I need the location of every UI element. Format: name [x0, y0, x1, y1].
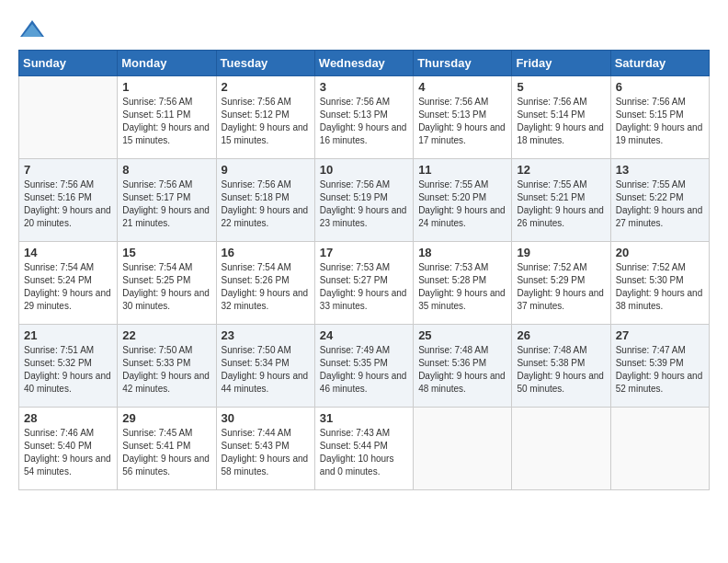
- calendar-week-row: 7Sunrise: 7:56 AMSunset: 5:16 PMDaylight…: [19, 159, 710, 242]
- calendar-cell: 20Sunrise: 7:52 AMSunset: 5:30 PMDayligh…: [610, 242, 709, 325]
- calendar-cell: 30Sunrise: 7:44 AMSunset: 5:43 PMDayligh…: [216, 408, 314, 490]
- day-info: Sunrise: 7:50 AMSunset: 5:34 PMDaylight:…: [222, 344, 310, 396]
- header-cell-wednesday: Wednesday: [314, 51, 413, 76]
- calendar-cell: 13Sunrise: 7:55 AMSunset: 5:22 PMDayligh…: [610, 159, 709, 242]
- logo: [18, 18, 50, 40]
- calendar-cell: 19Sunrise: 7:52 AMSunset: 5:29 PMDayligh…: [512, 242, 610, 325]
- day-number: 18: [418, 246, 506, 259]
- calendar-header: SundayMondayTuesdayWednesdayThursdayFrid…: [19, 51, 710, 76]
- day-info: Sunrise: 7:55 AMSunset: 5:22 PMDaylight:…: [616, 178, 704, 230]
- header-cell-saturday: Saturday: [610, 51, 709, 76]
- day-number: 23: [222, 328, 310, 342]
- day-info: Sunrise: 7:49 AMSunset: 5:35 PMDaylight:…: [320, 344, 408, 396]
- day-number: 20: [616, 246, 704, 259]
- day-info: Sunrise: 7:56 AMSunset: 5:18 PMDaylight:…: [222, 178, 310, 230]
- calendar-cell: [610, 408, 709, 490]
- day-info: Sunrise: 7:56 AMSunset: 5:17 PMDaylight:…: [122, 178, 210, 230]
- calendar-week-row: 1Sunrise: 7:56 AMSunset: 5:11 PMDaylight…: [19, 76, 710, 159]
- day-info: Sunrise: 7:54 AMSunset: 5:24 PMDaylight:…: [24, 261, 112, 313]
- calendar-body: 1Sunrise: 7:56 AMSunset: 5:11 PMDaylight…: [19, 76, 710, 490]
- calendar-cell: 4Sunrise: 7:56 AMSunset: 5:13 PMDaylight…: [414, 76, 512, 159]
- day-number: 24: [320, 328, 408, 342]
- day-number: 10: [320, 163, 408, 177]
- calendar-cell: [414, 408, 512, 490]
- calendar-cell: [512, 408, 610, 490]
- calendar-week-row: 14Sunrise: 7:54 AMSunset: 5:24 PMDayligh…: [19, 242, 710, 325]
- day-info: Sunrise: 7:48 AMSunset: 5:36 PMDaylight:…: [418, 344, 506, 396]
- day-number: 14: [24, 246, 112, 259]
- day-number: 16: [222, 246, 310, 259]
- day-number: 6: [616, 80, 704, 94]
- day-info: Sunrise: 7:55 AMSunset: 5:21 PMDaylight:…: [517, 178, 605, 230]
- header-row: SundayMondayTuesdayWednesdayThursdayFrid…: [19, 51, 710, 76]
- calendar-cell: 1Sunrise: 7:56 AMSunset: 5:11 PMDaylight…: [118, 76, 216, 159]
- day-number: 28: [24, 411, 112, 425]
- day-info: Sunrise: 7:45 AMSunset: 5:41 PMDaylight:…: [122, 427, 210, 478]
- day-number: 22: [122, 328, 210, 342]
- day-number: 31: [320, 411, 408, 425]
- header-cell-monday: Monday: [118, 51, 216, 76]
- calendar-cell: 18Sunrise: 7:53 AMSunset: 5:28 PMDayligh…: [414, 242, 512, 325]
- calendar-cell: 27Sunrise: 7:47 AMSunset: 5:39 PMDayligh…: [610, 325, 709, 408]
- header-cell-friday: Friday: [512, 51, 610, 76]
- day-number: 13: [616, 163, 704, 177]
- day-info: Sunrise: 7:56 AMSunset: 5:11 PMDaylight:…: [122, 96, 210, 147]
- header-cell-sunday: Sunday: [19, 51, 118, 76]
- day-info: Sunrise: 7:52 AMSunset: 5:29 PMDaylight:…: [517, 261, 605, 313]
- day-info: Sunrise: 7:56 AMSunset: 5:14 PMDaylight:…: [517, 96, 605, 147]
- day-info: Sunrise: 7:54 AMSunset: 5:26 PMDaylight:…: [222, 261, 310, 313]
- page-header: [18, 18, 710, 40]
- day-info: Sunrise: 7:52 AMSunset: 5:30 PMDaylight:…: [616, 261, 704, 313]
- day-number: 9: [222, 163, 310, 177]
- calendar-week-row: 28Sunrise: 7:46 AMSunset: 5:40 PMDayligh…: [19, 408, 710, 490]
- calendar-cell: 7Sunrise: 7:56 AMSunset: 5:16 PMDaylight…: [19, 159, 118, 242]
- logo-icon: [18, 18, 46, 40]
- day-number: 15: [122, 246, 210, 259]
- calendar-cell: 15Sunrise: 7:54 AMSunset: 5:25 PMDayligh…: [118, 242, 216, 325]
- day-number: 3: [320, 80, 408, 94]
- day-info: Sunrise: 7:44 AMSunset: 5:43 PMDaylight:…: [222, 427, 310, 478]
- calendar-cell: 24Sunrise: 7:49 AMSunset: 5:35 PMDayligh…: [314, 325, 413, 408]
- day-number: 2: [222, 80, 310, 94]
- calendar-cell: 8Sunrise: 7:56 AMSunset: 5:17 PMDaylight…: [118, 159, 216, 242]
- day-number: 7: [24, 163, 112, 177]
- calendar-cell: 12Sunrise: 7:55 AMSunset: 5:21 PMDayligh…: [512, 159, 610, 242]
- day-number: 11: [418, 163, 506, 177]
- calendar-cell: 11Sunrise: 7:55 AMSunset: 5:20 PMDayligh…: [414, 159, 512, 242]
- calendar-table: SundayMondayTuesdayWednesdayThursdayFrid…: [18, 50, 710, 490]
- calendar-cell: 31Sunrise: 7:43 AMSunset: 5:44 PMDayligh…: [314, 408, 413, 490]
- day-info: Sunrise: 7:46 AMSunset: 5:40 PMDaylight:…: [24, 427, 112, 478]
- day-info: Sunrise: 7:43 AMSunset: 5:44 PMDaylight:…: [320, 427, 408, 478]
- day-number: 8: [122, 163, 210, 177]
- calendar-cell: 28Sunrise: 7:46 AMSunset: 5:40 PMDayligh…: [19, 408, 118, 490]
- calendar-cell: 6Sunrise: 7:56 AMSunset: 5:15 PMDaylight…: [610, 76, 709, 159]
- day-number: 12: [517, 163, 605, 177]
- calendar-cell: [19, 76, 118, 159]
- day-info: Sunrise: 7:56 AMSunset: 5:16 PMDaylight:…: [24, 178, 112, 230]
- calendar-cell: 2Sunrise: 7:56 AMSunset: 5:12 PMDaylight…: [216, 76, 314, 159]
- day-info: Sunrise: 7:55 AMSunset: 5:20 PMDaylight:…: [418, 178, 506, 230]
- calendar-cell: 23Sunrise: 7:50 AMSunset: 5:34 PMDayligh…: [216, 325, 314, 408]
- day-info: Sunrise: 7:53 AMSunset: 5:28 PMDaylight:…: [418, 261, 506, 313]
- header-cell-tuesday: Tuesday: [216, 51, 314, 76]
- calendar-cell: 3Sunrise: 7:56 AMSunset: 5:13 PMDaylight…: [314, 76, 413, 159]
- day-number: 1: [122, 80, 210, 94]
- day-info: Sunrise: 7:56 AMSunset: 5:13 PMDaylight:…: [418, 96, 506, 147]
- day-number: 30: [222, 411, 310, 425]
- calendar-cell: 14Sunrise: 7:54 AMSunset: 5:24 PMDayligh…: [19, 242, 118, 325]
- day-info: Sunrise: 7:54 AMSunset: 5:25 PMDaylight:…: [122, 261, 210, 313]
- day-number: 25: [418, 328, 506, 342]
- calendar-cell: 17Sunrise: 7:53 AMSunset: 5:27 PMDayligh…: [314, 242, 413, 325]
- day-info: Sunrise: 7:56 AMSunset: 5:12 PMDaylight:…: [222, 96, 310, 147]
- day-number: 17: [320, 246, 408, 259]
- calendar-cell: 9Sunrise: 7:56 AMSunset: 5:18 PMDaylight…: [216, 159, 314, 242]
- day-number: 27: [616, 328, 704, 342]
- day-info: Sunrise: 7:56 AMSunset: 5:19 PMDaylight:…: [320, 178, 408, 230]
- day-info: Sunrise: 7:51 AMSunset: 5:32 PMDaylight:…: [24, 344, 112, 396]
- day-number: 21: [24, 328, 112, 342]
- day-number: 29: [122, 411, 210, 425]
- day-info: Sunrise: 7:47 AMSunset: 5:39 PMDaylight:…: [616, 344, 704, 396]
- day-info: Sunrise: 7:50 AMSunset: 5:33 PMDaylight:…: [122, 344, 210, 396]
- calendar-cell: 25Sunrise: 7:48 AMSunset: 5:36 PMDayligh…: [414, 325, 512, 408]
- calendar-cell: 22Sunrise: 7:50 AMSunset: 5:33 PMDayligh…: [118, 325, 216, 408]
